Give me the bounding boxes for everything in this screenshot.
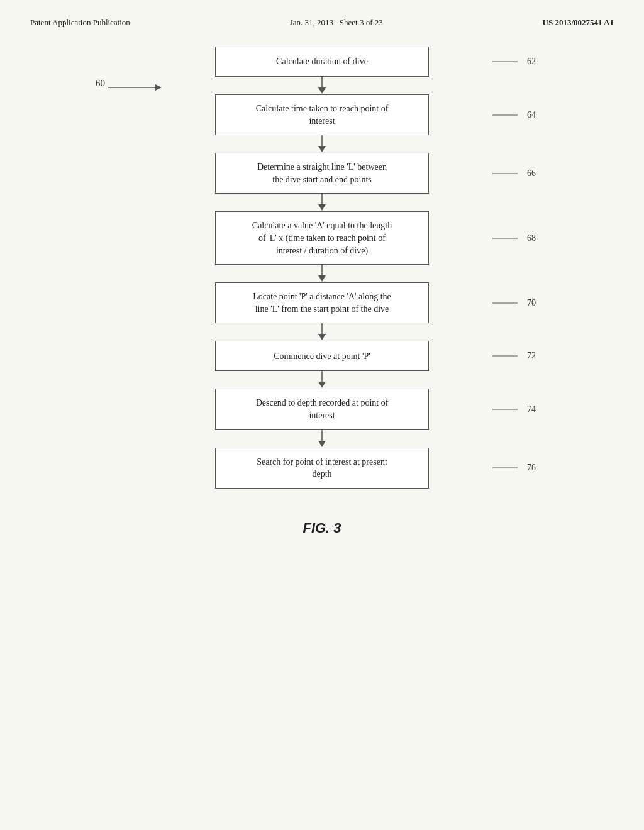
arrow-6-svg xyxy=(316,371,328,389)
ref-64-line xyxy=(492,110,527,120)
ref-70-line xyxy=(492,298,527,308)
box-66: Determine a straight line 'L' betweenthe… xyxy=(215,153,429,194)
ref-64-label: 64 xyxy=(527,110,536,120)
box-62-text: Calculate duration of dive xyxy=(276,55,368,68)
box-66-text: Determine a straight line 'L' betweenthe… xyxy=(257,161,387,185)
box-72: Commence dive at point 'P' xyxy=(215,341,429,371)
arrow-2 xyxy=(215,135,429,153)
box-72-text: Commence dive at point 'P' xyxy=(274,350,370,363)
ref-74-line xyxy=(492,404,527,414)
arrow-3-svg xyxy=(316,194,328,211)
arrow-5 xyxy=(215,323,429,341)
ref-76-line xyxy=(492,463,527,473)
row-70: Locate point 'P' a distance 'A' along th… xyxy=(96,282,548,323)
ref-74-label: 74 xyxy=(527,404,536,414)
ref-62: 62 xyxy=(492,57,536,67)
arrow-1 xyxy=(215,77,429,94)
arrow-7-svg xyxy=(316,430,328,448)
ref-68: 68 xyxy=(492,233,536,243)
ref-64: 64 xyxy=(492,110,536,120)
diagram-inner: Calculate duration of dive 62 xyxy=(96,47,548,489)
header-center: Jan. 31, 2013 Sheet 3 of 23 xyxy=(290,18,383,28)
arrow-1-svg xyxy=(316,77,328,94)
row-64: Calculate time taken to reach point ofin… xyxy=(96,94,548,135)
box-68-text: Calculate a value 'A' equal to the lengt… xyxy=(252,219,392,257)
ref-68-line xyxy=(492,233,527,243)
svg-marker-4 xyxy=(318,87,326,94)
fig-caption: FIG. 3 xyxy=(0,520,644,536)
row-62: Calculate duration of dive 62 xyxy=(96,47,548,77)
box-74: Descend to depth recorded at point ofint… xyxy=(215,389,429,429)
diagram-wrapper: 60 Calculate duration of dive 62 xyxy=(96,47,548,489)
svg-marker-10 xyxy=(318,204,326,211)
ref-68-label: 68 xyxy=(527,233,536,243)
page: Patent Application Publication Jan. 31, … xyxy=(0,0,644,830)
svg-marker-13 xyxy=(318,275,326,282)
ref-66-label: 66 xyxy=(527,169,536,179)
ref-74: 74 xyxy=(492,404,536,414)
header-right: US 2013/0027541 A1 xyxy=(543,18,614,28)
row-74: Descend to depth recorded at point ofint… xyxy=(96,389,548,429)
box-70: Locate point 'P' a distance 'A' along th… xyxy=(215,282,429,323)
header-sheet: Sheet 3 of 23 xyxy=(340,18,383,27)
header-left: Patent Application Publication xyxy=(30,18,130,28)
arrow-5-svg xyxy=(316,323,328,341)
box-62: Calculate duration of dive xyxy=(215,47,429,77)
box-68: Calculate a value 'A' equal to the lengt… xyxy=(215,211,429,265)
row-76: Search for point of interest at presentd… xyxy=(96,448,548,489)
ref-66-line xyxy=(492,169,527,179)
ref-62-line xyxy=(492,57,527,67)
box-76-text: Search for point of interest at presentd… xyxy=(257,456,387,480)
ref-70: 70 xyxy=(492,298,536,308)
arrow-4 xyxy=(215,265,429,282)
svg-marker-19 xyxy=(318,382,326,388)
box-64: Calculate time taken to reach point ofin… xyxy=(215,94,429,135)
arrow-3 xyxy=(215,194,429,211)
page-header: Patent Application Publication Jan. 31, … xyxy=(0,0,644,34)
row-72: Commence dive at point 'P' 72 xyxy=(96,341,548,371)
arrow-4-svg xyxy=(316,265,328,282)
ref-72: 72 xyxy=(492,351,536,361)
row-66: Determine a straight line 'L' betweenthe… xyxy=(96,153,548,194)
svg-marker-7 xyxy=(318,146,326,152)
ref-72-line xyxy=(492,351,527,361)
arrow-7 xyxy=(215,430,429,448)
box-76: Search for point of interest at presentd… xyxy=(215,448,429,489)
row-68: Calculate a value 'A' equal to the lengt… xyxy=(96,211,548,265)
arrow-6 xyxy=(215,371,429,389)
box-74-text: Descend to depth recorded at point ofint… xyxy=(256,397,389,421)
svg-marker-16 xyxy=(318,334,326,340)
box-64-text: Calculate time taken to reach point ofin… xyxy=(256,102,389,127)
ref-76-label: 76 xyxy=(527,463,536,473)
box-70-text: Locate point 'P' a distance 'A' along th… xyxy=(253,290,391,315)
ref-70-label: 70 xyxy=(527,298,536,308)
arrow-2-svg xyxy=(316,135,328,153)
ref-66: 66 xyxy=(492,169,536,179)
ref-72-label: 72 xyxy=(527,351,536,361)
header-date: Jan. 31, 2013 xyxy=(290,18,333,27)
svg-marker-22 xyxy=(318,441,326,447)
ref-76: 76 xyxy=(492,463,536,473)
ref-62-label: 62 xyxy=(527,57,536,67)
